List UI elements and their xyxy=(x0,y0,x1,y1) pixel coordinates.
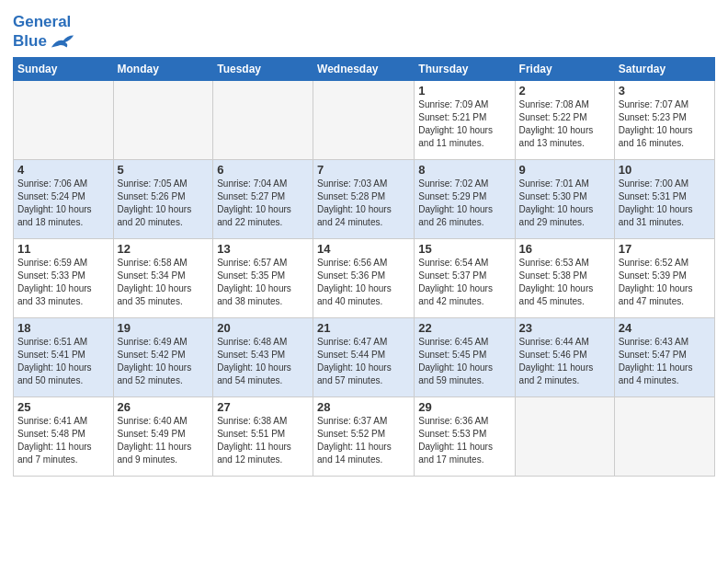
day-number: 15 xyxy=(418,242,510,256)
day-number: 18 xyxy=(17,321,109,335)
day-info: Sunrise: 6:49 AM Sunset: 5:42 PM Dayligh… xyxy=(118,336,210,387)
day-cell xyxy=(14,80,114,159)
logo-general: General xyxy=(13,13,71,30)
week-row-3: 11Sunrise: 6:59 AM Sunset: 5:33 PM Dayli… xyxy=(14,238,715,317)
day-cell: 8Sunrise: 7:02 AM Sunset: 5:29 PM Daylig… xyxy=(415,159,515,238)
day-number: 9 xyxy=(519,163,610,177)
day-cell: 17Sunrise: 6:52 AM Sunset: 5:39 PM Dayli… xyxy=(614,238,714,317)
day-info: Sunrise: 6:57 AM Sunset: 5:35 PM Dayligh… xyxy=(217,257,309,308)
week-row-5: 25Sunrise: 6:41 AM Sunset: 5:48 PM Dayli… xyxy=(14,396,715,476)
col-header-tuesday: Tuesday xyxy=(213,57,313,80)
day-number: 19 xyxy=(118,321,210,335)
day-cell: 23Sunrise: 6:44 AM Sunset: 5:46 PM Dayli… xyxy=(515,317,614,396)
day-info: Sunrise: 6:36 AM Sunset: 5:53 PM Dayligh… xyxy=(418,415,510,466)
day-number: 12 xyxy=(118,242,210,256)
calendar-table: SundayMondayTuesdayWednesdayThursdayFrid… xyxy=(13,57,715,477)
day-cell: 28Sunrise: 6:37 AM Sunset: 5:52 PM Dayli… xyxy=(313,396,415,476)
day-number: 27 xyxy=(217,400,309,414)
day-info: Sunrise: 7:04 AM Sunset: 5:27 PM Dayligh… xyxy=(217,178,309,229)
day-cell: 9Sunrise: 7:01 AM Sunset: 5:30 PM Daylig… xyxy=(515,159,614,238)
day-cell: 16Sunrise: 6:53 AM Sunset: 5:38 PM Dayli… xyxy=(515,238,614,317)
day-cell: 18Sunrise: 6:51 AM Sunset: 5:41 PM Dayli… xyxy=(14,317,114,396)
day-cell: 13Sunrise: 6:57 AM Sunset: 5:35 PM Dayli… xyxy=(213,238,313,317)
day-number: 7 xyxy=(317,163,410,177)
col-header-friday: Friday xyxy=(515,57,614,80)
day-info: Sunrise: 7:03 AM Sunset: 5:28 PM Dayligh… xyxy=(317,178,410,229)
day-cell xyxy=(213,80,313,159)
day-info: Sunrise: 7:09 AM Sunset: 5:21 PM Dayligh… xyxy=(418,98,510,150)
day-info: Sunrise: 7:00 AM Sunset: 5:31 PM Dayligh… xyxy=(619,178,711,229)
header: General Blue xyxy=(13,9,715,52)
col-header-sunday: Sunday xyxy=(14,57,114,80)
logo-blue: Blue xyxy=(13,32,47,51)
page-container: General Blue SundayMondayTuesdayWednesda… xyxy=(0,0,728,482)
day-info: Sunrise: 6:40 AM Sunset: 5:49 PM Dayligh… xyxy=(118,415,210,466)
day-info: Sunrise: 6:52 AM Sunset: 5:39 PM Dayligh… xyxy=(619,257,711,308)
day-number: 3 xyxy=(619,84,711,98)
day-cell: 7Sunrise: 7:03 AM Sunset: 5:28 PM Daylig… xyxy=(313,159,415,238)
day-number: 26 xyxy=(118,400,210,414)
day-cell: 20Sunrise: 6:48 AM Sunset: 5:43 PM Dayli… xyxy=(213,317,313,396)
day-number: 8 xyxy=(418,163,510,177)
day-number: 6 xyxy=(217,163,309,177)
day-cell xyxy=(313,80,415,159)
day-cell: 12Sunrise: 6:58 AM Sunset: 5:34 PM Dayli… xyxy=(113,238,213,317)
day-cell: 15Sunrise: 6:54 AM Sunset: 5:37 PM Dayli… xyxy=(415,238,515,317)
calendar-header-row: SundayMondayTuesdayWednesdayThursdayFrid… xyxy=(14,57,715,80)
day-info: Sunrise: 6:56 AM Sunset: 5:36 PM Dayligh… xyxy=(317,257,410,308)
col-header-saturday: Saturday xyxy=(614,57,714,80)
day-number: 2 xyxy=(519,84,610,98)
day-info: Sunrise: 6:43 AM Sunset: 5:47 PM Dayligh… xyxy=(619,336,711,387)
day-cell: 25Sunrise: 6:41 AM Sunset: 5:48 PM Dayli… xyxy=(14,396,114,476)
col-header-thursday: Thursday xyxy=(415,57,515,80)
day-cell: 10Sunrise: 7:00 AM Sunset: 5:31 PM Dayli… xyxy=(614,159,714,238)
day-number: 14 xyxy=(317,242,410,256)
day-number: 13 xyxy=(217,242,309,256)
day-number: 25 xyxy=(17,400,109,414)
day-info: Sunrise: 7:05 AM Sunset: 5:26 PM Dayligh… xyxy=(118,178,210,229)
day-number: 5 xyxy=(118,163,210,177)
day-cell: 11Sunrise: 6:59 AM Sunset: 5:33 PM Dayli… xyxy=(14,238,114,317)
day-number: 17 xyxy=(619,242,711,256)
day-info: Sunrise: 6:41 AM Sunset: 5:48 PM Dayligh… xyxy=(17,415,109,466)
week-row-2: 4Sunrise: 7:06 AM Sunset: 5:24 PM Daylig… xyxy=(14,159,715,238)
day-info: Sunrise: 6:47 AM Sunset: 5:44 PM Dayligh… xyxy=(317,336,410,387)
day-info: Sunrise: 6:58 AM Sunset: 5:34 PM Dayligh… xyxy=(118,257,210,308)
day-info: Sunrise: 6:45 AM Sunset: 5:45 PM Dayligh… xyxy=(418,336,510,387)
logo-bird-icon xyxy=(50,31,75,52)
day-info: Sunrise: 7:08 AM Sunset: 5:22 PM Dayligh… xyxy=(519,98,610,150)
day-cell: 27Sunrise: 6:38 AM Sunset: 5:51 PM Dayli… xyxy=(213,396,313,476)
day-cell: 22Sunrise: 6:45 AM Sunset: 5:45 PM Dayli… xyxy=(415,317,515,396)
day-info: Sunrise: 6:38 AM Sunset: 5:51 PM Dayligh… xyxy=(217,415,309,466)
day-cell: 5Sunrise: 7:05 AM Sunset: 5:26 PM Daylig… xyxy=(113,159,213,238)
week-row-1: 1Sunrise: 7:09 AM Sunset: 5:21 PM Daylig… xyxy=(14,80,715,159)
day-cell: 21Sunrise: 6:47 AM Sunset: 5:44 PM Dayli… xyxy=(313,317,415,396)
day-info: Sunrise: 7:02 AM Sunset: 5:29 PM Dayligh… xyxy=(418,178,510,229)
day-number: 23 xyxy=(519,321,610,335)
day-info: Sunrise: 6:51 AM Sunset: 5:41 PM Dayligh… xyxy=(17,336,109,387)
day-number: 1 xyxy=(418,84,510,98)
day-number: 10 xyxy=(619,163,711,177)
day-number: 4 xyxy=(17,163,109,177)
day-cell: 14Sunrise: 6:56 AM Sunset: 5:36 PM Dayli… xyxy=(313,238,415,317)
day-cell: 29Sunrise: 6:36 AM Sunset: 5:53 PM Dayli… xyxy=(415,396,515,476)
day-info: Sunrise: 6:48 AM Sunset: 5:43 PM Dayligh… xyxy=(217,336,309,387)
day-number: 20 xyxy=(217,321,309,335)
col-header-monday: Monday xyxy=(113,57,213,80)
day-info: Sunrise: 7:07 AM Sunset: 5:23 PM Dayligh… xyxy=(619,98,711,150)
day-number: 24 xyxy=(619,321,711,335)
day-cell: 4Sunrise: 7:06 AM Sunset: 5:24 PM Daylig… xyxy=(14,159,114,238)
day-info: Sunrise: 6:44 AM Sunset: 5:46 PM Dayligh… xyxy=(519,336,610,387)
day-number: 28 xyxy=(317,400,410,414)
day-number: 21 xyxy=(317,321,410,335)
day-cell: 3Sunrise: 7:07 AM Sunset: 5:23 PM Daylig… xyxy=(614,80,714,159)
logo: General Blue xyxy=(13,13,75,52)
day-info: Sunrise: 7:01 AM Sunset: 5:30 PM Dayligh… xyxy=(519,178,610,229)
day-cell xyxy=(113,80,213,159)
week-row-4: 18Sunrise: 6:51 AM Sunset: 5:41 PM Dayli… xyxy=(14,317,715,396)
day-info: Sunrise: 7:06 AM Sunset: 5:24 PM Dayligh… xyxy=(17,178,109,229)
day-cell: 19Sunrise: 6:49 AM Sunset: 5:42 PM Dayli… xyxy=(113,317,213,396)
day-info: Sunrise: 6:37 AM Sunset: 5:52 PM Dayligh… xyxy=(317,415,410,466)
day-info: Sunrise: 6:54 AM Sunset: 5:37 PM Dayligh… xyxy=(418,257,510,308)
day-info: Sunrise: 6:53 AM Sunset: 5:38 PM Dayligh… xyxy=(519,257,610,308)
